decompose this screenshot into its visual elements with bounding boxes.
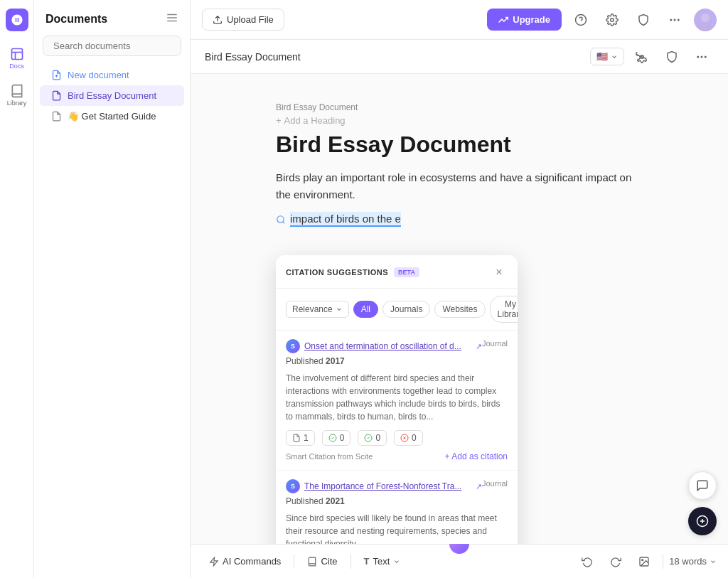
document-title[interactable]: Bird Essay Document: [276, 132, 643, 158]
citation-close-button[interactable]: ×: [491, 264, 508, 281]
sidebar-item-get-started[interactable]: 👋 Get Started Guide: [40, 106, 184, 127]
citation-popup: CITATION SUGGESTIONS BETA × Relevance Al…: [276, 255, 518, 544]
shield-icon: [637, 14, 650, 26]
svg-point-16: [670, 19, 672, 21]
word-count: 18 words: [669, 556, 717, 567]
text-chevron-icon: [393, 558, 400, 565]
svg-point-24: [705, 56, 707, 58]
upgrade-button[interactable]: Upgrade: [487, 9, 562, 31]
doc-tab-title[interactable]: Bird Essay Document: [205, 51, 301, 63]
app-logo[interactable]: [6, 9, 28, 31]
citation-stats-1: 1 0: [286, 430, 508, 446]
svg-point-25: [277, 215, 284, 222]
doc-more-icon: [695, 50, 708, 63]
help-button[interactable]: [569, 8, 593, 32]
citation-title-row-2: S The Importance of Forest-Nonforest Tra…: [286, 479, 482, 493]
inline-search-icon: [276, 215, 286, 225]
settings-button[interactable]: [600, 8, 624, 32]
svg-point-20: [698, 23, 712, 31]
doc-shield-button[interactable]: [660, 45, 684, 69]
more-options-button[interactable]: [663, 8, 687, 32]
stat-check-icon-1: [328, 434, 337, 442]
shield-button[interactable]: [631, 8, 655, 32]
sidebar-item-docs-label: Docs: [9, 63, 24, 70]
stat-doc-value: 1: [304, 433, 309, 443]
sidebar-item-new-document[interactable]: New document: [40, 65, 184, 85]
upgrade-icon: [498, 15, 508, 25]
citation-item-link-1[interactable]: Onset and termination of oscillation of …: [304, 341, 470, 351]
breadcrumb-link[interactable]: Bird Essay Document: [276, 102, 358, 112]
add-citation-button-1[interactable]: + Add as citation: [445, 451, 508, 461]
citation-item-footer-1: Smart Citation from Scite + Add as citat…: [286, 451, 508, 461]
add-heading-button[interactable]: + Add a Heading: [276, 115, 643, 126]
redo-icon: [610, 556, 621, 567]
citation-list: S Onset and termination of oscillation o…: [276, 331, 518, 544]
svg-point-22: [697, 56, 699, 58]
search-query-text[interactable]: impact of birds on the e: [290, 212, 401, 227]
scite-from-label: Smart Citation from Scite: [286, 452, 373, 461]
get-started-label: 👋 Get Started Guide: [68, 111, 156, 122]
sidebar-item-docs[interactable]: Docs: [3, 43, 31, 74]
document-body[interactable]: Birds play an important role in ecosyste…: [276, 169, 643, 203]
language-selector[interactable]: 🇺🇸: [590, 48, 624, 65]
user-avatar[interactable]: [694, 9, 717, 31]
svg-point-15: [611, 18, 614, 21]
svg-point-36: [642, 559, 643, 560]
text-t-icon: T: [364, 556, 370, 567]
text-format-button[interactable]: T Text: [357, 552, 408, 570]
filter-websites[interactable]: Websites: [434, 301, 485, 318]
svg-line-26: [283, 221, 285, 223]
upload-icon: [213, 15, 223, 25]
cite-button[interactable]: Cite: [300, 552, 344, 570]
cite-icon: [307, 557, 317, 567]
sidebar-header: Documents: [34, 9, 190, 36]
filter-all[interactable]: All: [353, 301, 378, 318]
search-box[interactable]: [43, 36, 181, 56]
filter-journals[interactable]: Journals: [382, 301, 430, 318]
word-count-chevron-icon[interactable]: [710, 558, 717, 565]
external-link-icon-1[interactable]: ↗: [476, 342, 482, 351]
sidebar-item-library[interactable]: Library: [3, 80, 31, 111]
citation-item-link-2[interactable]: The Importance of Forest-Nonforest Tra..…: [304, 481, 470, 491]
stat-doc-icon: [292, 434, 301, 442]
external-link-icon-2[interactable]: ↗: [476, 482, 482, 491]
new-document-label: New document: [68, 70, 129, 80]
citation-snippet-2: Since bird species will likely be found …: [286, 512, 508, 544]
redo-button[interactable]: [603, 552, 628, 571]
doc-more-button[interactable]: [690, 45, 714, 69]
undo-button[interactable]: [574, 552, 600, 571]
image-button[interactable]: [631, 552, 657, 571]
undo-icon: [582, 556, 593, 567]
lang-chevron-icon: [611, 53, 618, 60]
fab-area: [688, 471, 717, 535]
stat-cross-icon: [400, 434, 409, 442]
more-options-icon: [668, 14, 681, 26]
menu-icon[interactable]: [166, 11, 178, 27]
upgrade-label: Upgrade: [513, 14, 550, 25]
top-bar-left: Upload File: [202, 9, 284, 31]
sidebar-item-library-label: Library: [7, 100, 27, 107]
search-input[interactable]: [53, 41, 173, 51]
ai-fab-button[interactable]: [688, 507, 717, 535]
sidebar: Documents New document: [34, 0, 191, 578]
scite-logo-2: S: [286, 479, 300, 493]
top-bar-right: Upgrade: [487, 8, 717, 32]
doc-shield-icon: [665, 50, 678, 63]
citation-filters: Relevance All Journals Websites My Libra…: [276, 289, 518, 331]
filter-my-library[interactable]: My Library: [490, 296, 518, 323]
image-icon: [638, 556, 650, 567]
stat-doc: 1: [286, 430, 315, 446]
citation-item-header: S Onset and termination of oscillation o…: [286, 339, 508, 353]
ai-commands-button[interactable]: AI Commands: [202, 552, 288, 570]
sidebar-item-bird-essay[interactable]: Bird Essay Document: [40, 85, 184, 106]
citation-title-text: CITATION SUGGESTIONS: [286, 268, 388, 277]
chat-fab-button[interactable]: [688, 471, 717, 500]
citation-item: S Onset and termination of oscillation o…: [276, 331, 518, 471]
stat-check-1: 0: [322, 430, 351, 446]
upload-file-button[interactable]: Upload File: [202, 9, 284, 31]
relevance-filter[interactable]: Relevance: [286, 301, 349, 318]
sidebar-title: Documents: [46, 13, 107, 26]
doc-settings-button[interactable]: [630, 45, 654, 69]
editor-area[interactable]: Bird Essay Document + Add a Heading Bird…: [191, 74, 728, 544]
word-count-value: 18 words: [669, 556, 707, 567]
